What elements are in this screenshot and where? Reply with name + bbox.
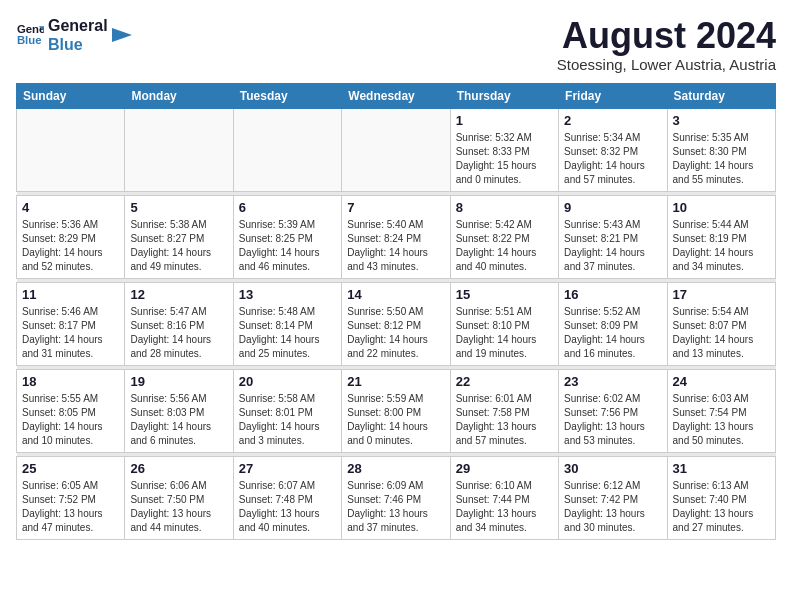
day-number: 31 <box>673 461 770 476</box>
day-info: Sunrise: 5:42 AM Sunset: 8:22 PM Dayligh… <box>456 218 553 274</box>
title-block: August 2024 Stoessing, Lower Austria, Au… <box>557 16 776 73</box>
day-number: 1 <box>456 113 553 128</box>
day-number: 4 <box>22 200 119 215</box>
day-number: 30 <box>564 461 661 476</box>
day-number: 20 <box>239 374 336 389</box>
day-number: 3 <box>673 113 770 128</box>
day-info: Sunrise: 5:52 AM Sunset: 8:09 PM Dayligh… <box>564 305 661 361</box>
day-number: 12 <box>130 287 227 302</box>
day-info: Sunrise: 6:10 AM Sunset: 7:44 PM Dayligh… <box>456 479 553 535</box>
calendar-cell-w3-d2: 12Sunrise: 5:47 AM Sunset: 8:16 PM Dayli… <box>125 282 233 365</box>
svg-text:Blue: Blue <box>17 34 42 46</box>
header-thursday: Thursday <box>450 83 558 108</box>
day-number: 25 <box>22 461 119 476</box>
calendar-cell-w3-d7: 17Sunrise: 5:54 AM Sunset: 8:07 PM Dayli… <box>667 282 775 365</box>
day-number: 26 <box>130 461 227 476</box>
day-info: Sunrise: 5:36 AM Sunset: 8:29 PM Dayligh… <box>22 218 119 274</box>
day-info: Sunrise: 5:48 AM Sunset: 8:14 PM Dayligh… <box>239 305 336 361</box>
calendar-cell-w4-d2: 19Sunrise: 5:56 AM Sunset: 8:03 PM Dayli… <box>125 369 233 452</box>
logo-icon: General Blue <box>16 21 44 49</box>
day-info: Sunrise: 6:07 AM Sunset: 7:48 PM Dayligh… <box>239 479 336 535</box>
logo: General Blue General Blue <box>16 16 132 54</box>
day-info: Sunrise: 5:35 AM Sunset: 8:30 PM Dayligh… <box>673 131 770 187</box>
calendar-cell-w1-d6: 2Sunrise: 5:34 AM Sunset: 8:32 PM Daylig… <box>559 108 667 191</box>
day-number: 24 <box>673 374 770 389</box>
day-info: Sunrise: 5:56 AM Sunset: 8:03 PM Dayligh… <box>130 392 227 448</box>
day-number: 29 <box>456 461 553 476</box>
calendar-cell-w3-d1: 11Sunrise: 5:46 AM Sunset: 8:17 PM Dayli… <box>17 282 125 365</box>
day-info: Sunrise: 5:50 AM Sunset: 8:12 PM Dayligh… <box>347 305 444 361</box>
day-number: 16 <box>564 287 661 302</box>
location-subtitle: Stoessing, Lower Austria, Austria <box>557 56 776 73</box>
day-info: Sunrise: 5:59 AM Sunset: 8:00 PM Dayligh… <box>347 392 444 448</box>
day-number: 27 <box>239 461 336 476</box>
calendar-week-4: 18Sunrise: 5:55 AM Sunset: 8:05 PM Dayli… <box>17 369 776 452</box>
calendar-cell-w5-d2: 26Sunrise: 6:06 AM Sunset: 7:50 PM Dayli… <box>125 456 233 539</box>
calendar-cell-w1-d2 <box>125 108 233 191</box>
calendar-cell-w5-d7: 31Sunrise: 6:13 AM Sunset: 7:40 PM Dayli… <box>667 456 775 539</box>
calendar-cell-w3-d5: 15Sunrise: 5:51 AM Sunset: 8:10 PM Dayli… <box>450 282 558 365</box>
calendar-week-2: 4Sunrise: 5:36 AM Sunset: 8:29 PM Daylig… <box>17 195 776 278</box>
calendar-week-5: 25Sunrise: 6:05 AM Sunset: 7:52 PM Dayli… <box>17 456 776 539</box>
logo-blue: Blue <box>48 35 108 54</box>
day-number: 8 <box>456 200 553 215</box>
header-monday: Monday <box>125 83 233 108</box>
day-info: Sunrise: 5:40 AM Sunset: 8:24 PM Dayligh… <box>347 218 444 274</box>
header-wednesday: Wednesday <box>342 83 450 108</box>
day-info: Sunrise: 6:03 AM Sunset: 7:54 PM Dayligh… <box>673 392 770 448</box>
calendar-header-row: Sunday Monday Tuesday Wednesday Thursday… <box>17 83 776 108</box>
calendar-cell-w1-d4 <box>342 108 450 191</box>
day-info: Sunrise: 5:32 AM Sunset: 8:33 PM Dayligh… <box>456 131 553 187</box>
day-info: Sunrise: 5:39 AM Sunset: 8:25 PM Dayligh… <box>239 218 336 274</box>
day-info: Sunrise: 6:02 AM Sunset: 7:56 PM Dayligh… <box>564 392 661 448</box>
calendar-cell-w2-d3: 6Sunrise: 5:39 AM Sunset: 8:25 PM Daylig… <box>233 195 341 278</box>
day-info: Sunrise: 6:12 AM Sunset: 7:42 PM Dayligh… <box>564 479 661 535</box>
calendar-cell-w3-d3: 13Sunrise: 5:48 AM Sunset: 8:14 PM Dayli… <box>233 282 341 365</box>
header-saturday: Saturday <box>667 83 775 108</box>
calendar-week-3: 11Sunrise: 5:46 AM Sunset: 8:17 PM Dayli… <box>17 282 776 365</box>
calendar-cell-w3-d4: 14Sunrise: 5:50 AM Sunset: 8:12 PM Dayli… <box>342 282 450 365</box>
calendar-cell-w2-d2: 5Sunrise: 5:38 AM Sunset: 8:27 PM Daylig… <box>125 195 233 278</box>
calendar-table: Sunday Monday Tuesday Wednesday Thursday… <box>16 83 776 540</box>
calendar-cell-w2-d5: 8Sunrise: 5:42 AM Sunset: 8:22 PM Daylig… <box>450 195 558 278</box>
day-info: Sunrise: 6:05 AM Sunset: 7:52 PM Dayligh… <box>22 479 119 535</box>
day-info: Sunrise: 5:34 AM Sunset: 8:32 PM Dayligh… <box>564 131 661 187</box>
day-number: 23 <box>564 374 661 389</box>
calendar-week-1: 1Sunrise: 5:32 AM Sunset: 8:33 PM Daylig… <box>17 108 776 191</box>
calendar-cell-w5-d4: 28Sunrise: 6:09 AM Sunset: 7:46 PM Dayli… <box>342 456 450 539</box>
calendar-cell-w1-d3 <box>233 108 341 191</box>
day-number: 9 <box>564 200 661 215</box>
day-info: Sunrise: 5:51 AM Sunset: 8:10 PM Dayligh… <box>456 305 553 361</box>
calendar-cell-w4-d6: 23Sunrise: 6:02 AM Sunset: 7:56 PM Dayli… <box>559 369 667 452</box>
day-number: 18 <box>22 374 119 389</box>
day-number: 10 <box>673 200 770 215</box>
day-info: Sunrise: 6:01 AM Sunset: 7:58 PM Dayligh… <box>456 392 553 448</box>
calendar-cell-w5-d5: 29Sunrise: 6:10 AM Sunset: 7:44 PM Dayli… <box>450 456 558 539</box>
calendar-cell-w2-d1: 4Sunrise: 5:36 AM Sunset: 8:29 PM Daylig… <box>17 195 125 278</box>
calendar-cell-w1-d7: 3Sunrise: 5:35 AM Sunset: 8:30 PM Daylig… <box>667 108 775 191</box>
day-number: 19 <box>130 374 227 389</box>
day-number: 11 <box>22 287 119 302</box>
day-number: 28 <box>347 461 444 476</box>
calendar-cell-w4-d4: 21Sunrise: 5:59 AM Sunset: 8:00 PM Dayli… <box>342 369 450 452</box>
day-info: Sunrise: 5:47 AM Sunset: 8:16 PM Dayligh… <box>130 305 227 361</box>
calendar-cell-w4-d1: 18Sunrise: 5:55 AM Sunset: 8:05 PM Dayli… <box>17 369 125 452</box>
calendar-cell-w5-d6: 30Sunrise: 6:12 AM Sunset: 7:42 PM Dayli… <box>559 456 667 539</box>
header-sunday: Sunday <box>17 83 125 108</box>
svg-marker-3 <box>112 28 132 42</box>
calendar-cell-w2-d7: 10Sunrise: 5:44 AM Sunset: 8:19 PM Dayli… <box>667 195 775 278</box>
calendar-cell-w4-d7: 24Sunrise: 6:03 AM Sunset: 7:54 PM Dayli… <box>667 369 775 452</box>
day-number: 22 <box>456 374 553 389</box>
day-number: 13 <box>239 287 336 302</box>
day-info: Sunrise: 5:46 AM Sunset: 8:17 PM Dayligh… <box>22 305 119 361</box>
header-tuesday: Tuesday <box>233 83 341 108</box>
day-info: Sunrise: 6:06 AM Sunset: 7:50 PM Dayligh… <box>130 479 227 535</box>
month-title: August 2024 <box>557 16 776 56</box>
calendar-cell-w4-d3: 20Sunrise: 5:58 AM Sunset: 8:01 PM Dayli… <box>233 369 341 452</box>
day-number: 17 <box>673 287 770 302</box>
day-number: 7 <box>347 200 444 215</box>
logo-general: General <box>48 16 108 35</box>
day-info: Sunrise: 5:38 AM Sunset: 8:27 PM Dayligh… <box>130 218 227 274</box>
day-info: Sunrise: 5:54 AM Sunset: 8:07 PM Dayligh… <box>673 305 770 361</box>
logo-arrow-icon <box>112 25 132 45</box>
